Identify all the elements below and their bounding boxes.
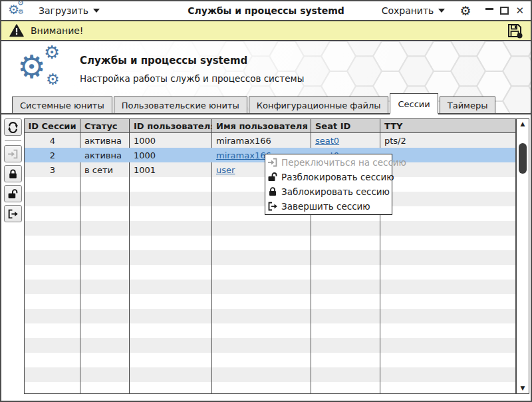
column-header-username[interactable]: Имя пользователя xyxy=(212,119,311,132)
unlock-icon xyxy=(267,172,278,182)
tab-sessions[interactable]: Сессии xyxy=(390,93,438,114)
column-header-user-id[interactable]: ID пользователя xyxy=(130,119,212,132)
menu-item-lock-session[interactable]: Заблокировать сессию xyxy=(265,184,392,199)
column-header-status[interactable]: Статус xyxy=(80,119,130,132)
cell-user-id: 1001 xyxy=(130,162,212,177)
switch-to-session-button xyxy=(4,145,22,162)
load-dropdown-button[interactable]: Загрузить xyxy=(39,5,100,16)
tab-user-units[interactable]: Пользовательские юниты xyxy=(114,97,247,113)
floppy-save-icon[interactable] xyxy=(507,23,523,39)
enter-session-icon xyxy=(7,148,19,160)
scrollbar-thumb[interactable] xyxy=(519,143,527,174)
cell-session-id: 4 xyxy=(25,133,80,148)
cell-user-id: 1000 xyxy=(130,148,212,162)
load-dropdown-label: Загрузить xyxy=(39,5,88,16)
table-row[interactable]: 4 активна 1000 miramax166 seat0 pts/2 xyxy=(25,133,515,148)
lock-icon xyxy=(7,168,19,180)
tab-config-files[interactable]: Конфигурационные файлы xyxy=(249,97,389,113)
seat-link[interactable]: seat0 xyxy=(315,136,339,146)
page-title: Службы и процессы systemd xyxy=(80,55,247,67)
tab-timers[interactable]: Таймеры xyxy=(440,97,496,113)
cell-status: активна xyxy=(80,133,130,148)
tab-system-units[interactable]: Системные юниты xyxy=(12,97,112,113)
cell-username: miramax166 xyxy=(212,133,311,148)
session-toolbar xyxy=(3,118,23,225)
app-window: ⚙⚙⚙ Загрузить Службы и процессы systemd … xyxy=(0,0,532,402)
header-banner: ⚙⚙⚙ Службы и процессы systemd Настройка … xyxy=(1,41,531,114)
app-gears-icon: ⚙⚙⚙ xyxy=(8,3,27,19)
title-bar: ⚙⚙⚙ Загрузить Службы и процессы systemd … xyxy=(1,1,531,21)
username-link[interactable]: miramax166 xyxy=(216,150,271,160)
menu-item-label: Заблокировать сессию xyxy=(281,186,390,197)
menu-item-switch-to-session: Переключиться на сессию xyxy=(265,155,392,170)
vertical-scrollbar[interactable]: ▲ ▼ xyxy=(516,118,529,394)
settings-gear-icon[interactable]: ⚙ xyxy=(460,4,471,17)
page-subtitle: Настройка работы служб и процессов систе… xyxy=(80,73,304,84)
scroll-up-arrow-icon[interactable]: ▲ xyxy=(517,121,529,127)
window-title: Службы и процессы systemd xyxy=(188,5,344,16)
lock-session-button[interactable] xyxy=(4,165,22,182)
refresh-button[interactable] xyxy=(4,118,22,136)
terminate-session-button[interactable] xyxy=(4,205,22,222)
save-dropdown-label: Сохранить xyxy=(382,5,434,16)
column-header-tty[interactable]: TTY xyxy=(380,119,515,132)
menu-item-label: Переключиться на сессию xyxy=(281,157,406,168)
toolbar-separator xyxy=(5,140,21,141)
warning-triangle-icon xyxy=(9,24,24,37)
cell-status: в сети xyxy=(80,162,130,177)
session-context-menu: Переключиться на сессию Разблокировать с… xyxy=(265,154,392,215)
minimize-button[interactable] xyxy=(485,8,493,10)
menu-item-label: Завершить сессию xyxy=(281,201,370,212)
unlock-icon xyxy=(7,188,19,200)
table-header: ID Сессии Статус ID пользователя Имя пол… xyxy=(25,119,515,133)
scroll-down-arrow-icon[interactable]: ▼ xyxy=(517,385,529,391)
cell-session-id: 3 xyxy=(25,162,80,177)
gears-logo-icon: ⚙⚙⚙ xyxy=(17,45,74,92)
warning-text: Внимание! xyxy=(31,25,83,36)
column-header-seat-id[interactable]: Seat ID xyxy=(311,119,380,132)
save-dropdown-button[interactable]: Сохранить xyxy=(382,5,446,16)
cell-session-id: 2 xyxy=(25,148,80,162)
chevron-down-icon xyxy=(93,9,100,13)
menu-item-unlock-session[interactable]: Разблокировать сессию xyxy=(265,170,392,184)
warning-bar: Внимание! xyxy=(1,21,531,41)
menu-item-terminate-session[interactable]: Завершить сессию xyxy=(265,199,392,214)
enter-session-icon xyxy=(267,157,278,168)
column-header-session-id[interactable]: ID Сессии xyxy=(25,119,80,132)
menu-item-label: Разблокировать сессию xyxy=(281,172,394,182)
username-link[interactable]: user xyxy=(216,165,235,175)
maximize-button[interactable] xyxy=(500,7,509,15)
unlock-session-button[interactable] xyxy=(4,185,22,202)
cell-status: активна xyxy=(80,148,130,162)
refresh-icon xyxy=(7,122,19,133)
tab-strip: Системные юниты Пользовательские юниты К… xyxy=(1,93,531,114)
cell-user-id: 1000 xyxy=(130,133,212,148)
exit-icon xyxy=(267,201,278,212)
close-button[interactable]: ✕ xyxy=(515,6,524,16)
cell-tty: pts/2 xyxy=(380,133,515,148)
lock-icon xyxy=(267,186,278,197)
chevron-down-icon xyxy=(438,9,445,13)
exit-icon xyxy=(7,208,19,220)
